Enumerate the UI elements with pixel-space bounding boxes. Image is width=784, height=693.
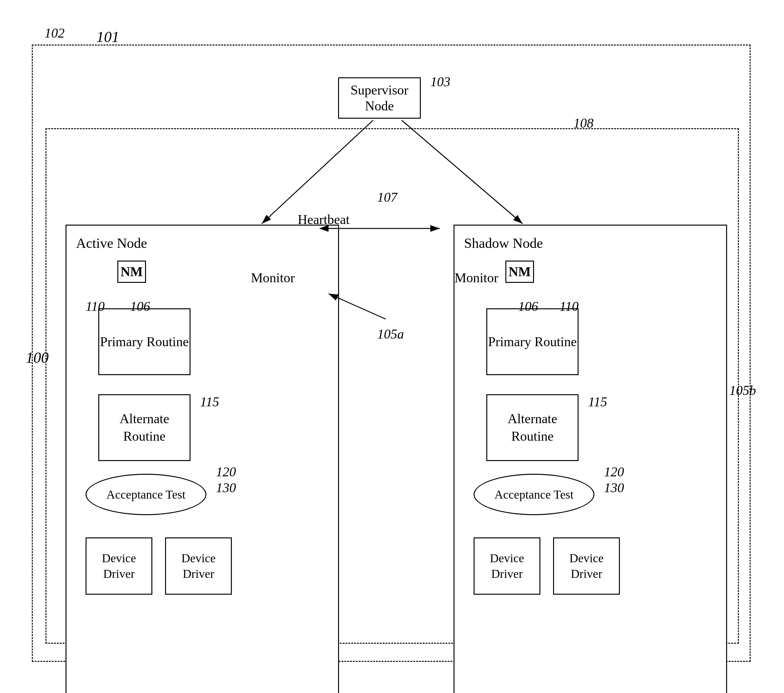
device-driver-shadow-right: Device Driver [553, 538, 620, 595]
supervisor-node: Supervisor Node [338, 77, 421, 119]
label-103: 103 [430, 74, 450, 89]
label-110-shadow: 110 [560, 299, 578, 314]
inner-box-100: 100 Active Node NM Monitor Primary Routi… [46, 128, 739, 644]
shadow-node-title: Shadow Node [464, 235, 543, 251]
label-115-active: 115 [200, 394, 219, 409]
acceptance-test-active: Acceptance Test [86, 474, 206, 515]
active-node-box: Active Node NM Monitor Primary Routine A… [66, 224, 339, 693]
label-130-active: 130 [216, 480, 236, 495]
shadow-node-box: Shadow Node NM Monitor Primary Routine A… [453, 224, 727, 693]
outer-box-102: 101 100 Active Node NM Monitor Primary R… [32, 45, 751, 662]
primary-routine-active: Primary Routine [98, 308, 191, 375]
label-108: 108 [573, 116, 593, 131]
primary-routine-shadow: Primary Routine [486, 308, 578, 375]
label-105a: 105a [377, 327, 404, 342]
acceptance-test-shadow: Acceptance Test [474, 474, 595, 515]
label-110-active: 110 [86, 299, 105, 314]
alternate-routine-shadow: Alternate Routine [486, 394, 578, 461]
label-102: 102 [44, 25, 64, 41]
device-driver-shadow-left: Device Driver [474, 538, 540, 595]
label-130-shadow: 130 [604, 480, 624, 495]
label-106-shadow: 106 [518, 299, 538, 314]
active-node-title: Active Node [76, 235, 147, 251]
label-100: 100 [26, 349, 49, 366]
device-driver-active-right: Device Driver [165, 538, 232, 595]
nm-box-active: NM [117, 261, 146, 283]
monitor-shadow: Monitor [455, 270, 498, 285]
diagram-container: 102 101 100 Active Node NM Monitor Prima… [19, 19, 763, 675]
device-driver-active-left: Device Driver [86, 538, 152, 595]
label-105b: 105b [729, 383, 756, 398]
label-101: 101 [96, 28, 119, 46]
alternate-routine-active: Alternate Routine [98, 394, 191, 461]
label-120-shadow: 120 [604, 464, 624, 480]
label-106-active: 106 [130, 299, 150, 314]
label-115-shadow: 115 [588, 394, 607, 409]
nm-box-shadow: NM [506, 261, 534, 283]
label-107: 107 [377, 190, 397, 205]
monitor-active: Monitor [251, 270, 295, 285]
label-120-active: 120 [216, 464, 236, 480]
heartbeat-label: Heartbeat [298, 212, 349, 227]
